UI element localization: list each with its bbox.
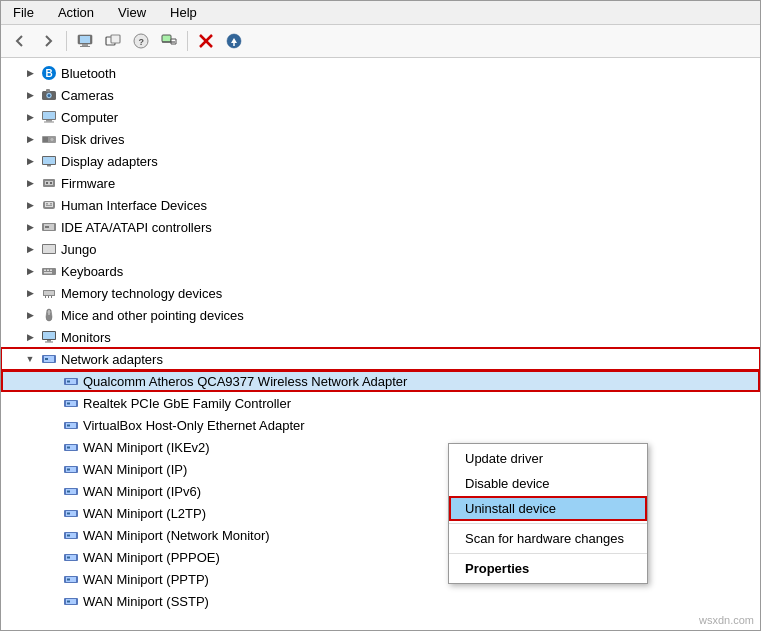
ctx-update-driver[interactable]: Update driver xyxy=(449,446,647,471)
menu-file[interactable]: File xyxy=(5,3,42,22)
icon-memory xyxy=(40,284,58,302)
expand-hid[interactable]: ▶ xyxy=(23,198,37,212)
label-wan-pptp: WAN Miniport (PPTP) xyxy=(83,572,760,587)
expand-keyboards[interactable]: ▶ xyxy=(23,264,37,278)
svg-rect-48 xyxy=(47,270,49,272)
label-mice: Mice and other pointing devices xyxy=(61,308,760,323)
icon-wan-pptp xyxy=(62,570,80,588)
svg-point-20 xyxy=(48,94,51,97)
icon-monitors xyxy=(40,328,58,346)
scan-button[interactable] xyxy=(156,29,182,53)
expand-firmware[interactable]: ▶ xyxy=(23,176,37,190)
svg-rect-38 xyxy=(46,203,48,205)
menu-help[interactable]: Help xyxy=(162,3,205,22)
svg-rect-21 xyxy=(46,89,50,92)
tree-item-realtek[interactable]: Realtek PCIe GbE Family Controller xyxy=(1,392,760,414)
svg-rect-47 xyxy=(44,270,46,272)
menu-action[interactable]: Action xyxy=(50,3,102,22)
icon-disk xyxy=(40,130,58,148)
icon-mice xyxy=(40,306,58,324)
tree-item-ide[interactable]: ▶ IDE ATA/ATAPI controllers xyxy=(1,216,760,238)
svg-rect-91 xyxy=(67,557,70,559)
label-firmware: Firmware xyxy=(61,176,760,191)
ctx-disable-device[interactable]: Disable device xyxy=(449,471,647,496)
tree-area: ▶ B Bluetooth ▶ Cameras xyxy=(1,58,760,630)
svg-rect-67 xyxy=(67,381,70,383)
label-ide: IDE ATA/ATAPI controllers xyxy=(61,220,760,235)
expand-cameras[interactable]: ▶ xyxy=(23,88,37,102)
tree-item-wan-sstp[interactable]: WAN Miniport (SSTP) xyxy=(1,590,760,612)
tree-item-cameras[interactable]: ▶ Cameras xyxy=(1,84,760,106)
expand-monitors[interactable]: ▶ xyxy=(23,330,37,344)
expand-computer[interactable]: ▶ xyxy=(23,110,37,124)
ctx-scan-changes[interactable]: Scan for hardware changes xyxy=(449,526,647,551)
ctx-properties[interactable]: Properties xyxy=(449,556,647,581)
svg-rect-82 xyxy=(67,491,70,493)
tree-item-network[interactable]: ▼ Network adapters xyxy=(1,348,760,370)
window-button[interactable] xyxy=(100,29,126,53)
label-memory: Memory technology devices xyxy=(61,286,760,301)
icon-virtualbox xyxy=(62,416,80,434)
tree-item-keyboards[interactable]: ▶ Keyboards xyxy=(1,260,760,282)
icon-qualcomm xyxy=(62,372,80,390)
expand-ide[interactable]: ▶ xyxy=(23,220,37,234)
back-button[interactable] xyxy=(7,29,33,53)
expand-network[interactable]: ▼ xyxy=(23,352,37,366)
ctx-separator xyxy=(449,523,647,524)
svg-rect-53 xyxy=(45,296,46,298)
expand-jungo[interactable]: ▶ xyxy=(23,242,37,256)
svg-rect-50 xyxy=(44,272,52,274)
svg-rect-55 xyxy=(51,296,52,298)
tree-item-firmware[interactable]: ▶ Firmware xyxy=(1,172,760,194)
icon-wan-l2tp xyxy=(62,504,80,522)
svg-rect-94 xyxy=(67,579,70,581)
menu-view[interactable]: View xyxy=(110,3,154,22)
tree-item-mice[interactable]: ▶ Mice and other pointing devices xyxy=(1,304,760,326)
expand-bluetooth[interactable]: ▶ xyxy=(23,66,37,80)
icon-bluetooth: B xyxy=(40,64,58,82)
tree-item-memory[interactable]: ▶ Memory technology devices xyxy=(1,282,760,304)
tree-item-disk[interactable]: ▶ Disk drives xyxy=(1,128,760,150)
delete-button[interactable] xyxy=(193,29,219,53)
label-computer: Computer xyxy=(61,110,760,125)
svg-rect-39 xyxy=(50,203,52,205)
tree-item-bluetooth[interactable]: ▶ B Bluetooth xyxy=(1,62,760,84)
svg-rect-61 xyxy=(45,342,53,343)
svg-rect-31 xyxy=(47,165,51,167)
icon-firmware xyxy=(40,174,58,192)
computer-button[interactable] xyxy=(72,29,98,53)
label-cameras: Cameras xyxy=(61,88,760,103)
label-wan-pppoe: WAN Miniport (PPPOE) xyxy=(83,550,760,565)
svg-rect-88 xyxy=(67,535,70,537)
icon-hid xyxy=(40,196,58,214)
forward-button[interactable] xyxy=(35,29,61,53)
label-wan-ipv6: WAN Miniport (IPv6) xyxy=(83,484,760,499)
tree-item-display[interactable]: ▶ Display adapters xyxy=(1,150,760,172)
ctx-uninstall-device[interactable]: Uninstall device xyxy=(449,496,647,521)
tree-item-computer[interactable]: ▶ Computer xyxy=(1,106,760,128)
tree-item-virtualbox[interactable]: VirtualBox Host-Only Ethernet Adapter xyxy=(1,414,760,436)
toolbar-separator-2 xyxy=(187,31,188,51)
tree-item-jungo[interactable]: ▶ Jungo xyxy=(1,238,760,260)
svg-rect-1 xyxy=(80,36,90,43)
expand-memory[interactable]: ▶ xyxy=(23,286,37,300)
icon-wan-sstp xyxy=(62,592,80,610)
update-button[interactable] xyxy=(221,29,247,53)
svg-rect-8 xyxy=(162,35,171,42)
icon-keyboards xyxy=(40,262,58,280)
expand-disk[interactable]: ▶ xyxy=(23,132,37,146)
svg-rect-46 xyxy=(42,268,56,275)
expand-display[interactable]: ▶ xyxy=(23,154,37,168)
svg-rect-40 xyxy=(46,205,52,206)
label-network: Network adapters xyxy=(61,352,760,367)
expand-mice[interactable]: ▶ xyxy=(23,308,37,322)
tree-item-qualcomm[interactable]: Qualcomm Atheros QCA9377 Wireless Networ… xyxy=(1,370,760,392)
icon-wan-ikev2 xyxy=(62,438,80,456)
svg-rect-52 xyxy=(44,291,54,295)
label-monitors: Monitors xyxy=(61,330,760,345)
label-wan-l2tp: WAN Miniport (L2TP) xyxy=(83,506,760,521)
help-button[interactable]: ? xyxy=(128,29,154,53)
tree-item-monitors[interactable]: ▶ Monitors xyxy=(1,326,760,348)
context-menu: Update driver Disable device Uninstall d… xyxy=(448,443,648,584)
tree-item-hid[interactable]: ▶ Human Interface Devices xyxy=(1,194,760,216)
